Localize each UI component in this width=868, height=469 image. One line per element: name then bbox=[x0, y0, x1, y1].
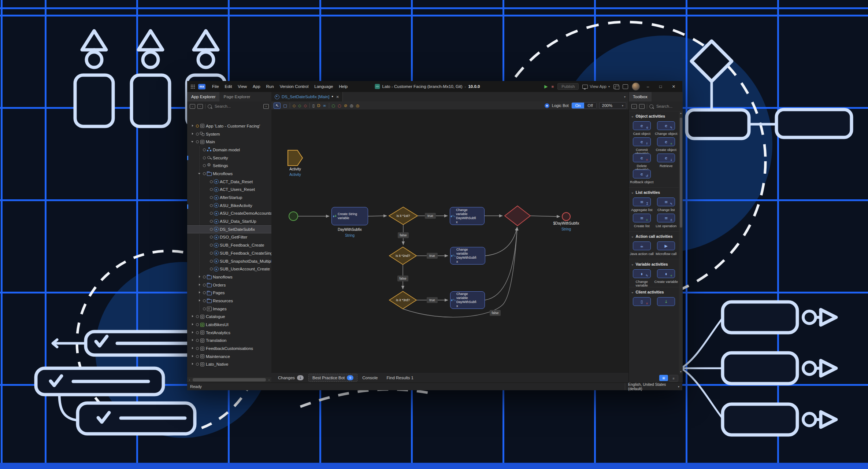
tree-item-sub-feedback-createsingle[interactable]: SUB_Feedback_CreateSingle bbox=[187, 249, 271, 257]
toolbox-item-change-list[interactable]: ≡✎Change list bbox=[654, 197, 679, 212]
chevron-right-icon[interactable] bbox=[190, 330, 195, 335]
end-event[interactable] bbox=[562, 213, 570, 221]
toolbox-item-list-operation[interactable]: ≡±List operation bbox=[654, 214, 679, 228]
tree-item-system[interactable]: System bbox=[187, 130, 271, 138]
zoom-select[interactable]: 200% ▾ bbox=[599, 102, 626, 109]
tree-item-translation[interactable]: Translation bbox=[187, 337, 271, 345]
tree-item-lato-native[interactable]: Lato_Native bbox=[187, 361, 271, 369]
loop-icon[interactable]: ∞ bbox=[323, 104, 326, 108]
tree-item-security[interactable]: Security bbox=[187, 154, 271, 162]
tab-page-explorer[interactable]: Page Explorer bbox=[219, 92, 254, 101]
tree-item-textanalytics[interactable]: TextAnalytics bbox=[187, 329, 271, 337]
expand-all-icon[interactable]: › bbox=[197, 104, 203, 109]
chevron-right-icon[interactable] bbox=[190, 322, 195, 327]
menu-app[interactable]: App bbox=[250, 81, 263, 92]
chevron-right-icon[interactable] bbox=[190, 338, 195, 343]
toolbox-item[interactable]: ↓ bbox=[654, 297, 679, 312]
explorer-search-input[interactable] bbox=[214, 104, 261, 109]
toolbox-item-create-list[interactable]: ≡+Create list bbox=[630, 214, 654, 228]
menu-help[interactable]: Help bbox=[336, 81, 350, 92]
error-end-icon[interactable]: ⊘ bbox=[344, 104, 347, 108]
tree-item-images[interactable]: Images bbox=[187, 305, 271, 313]
chevron-right-icon[interactable] bbox=[190, 314, 195, 319]
toolbox-scrollbar[interactable]: ▲ ▼ bbox=[679, 111, 683, 374]
tree-item-act-data-reset[interactable]: ACT_Data_Reset bbox=[187, 178, 271, 186]
dock-tab-changes[interactable]: Changes1 bbox=[274, 374, 307, 381]
tree-item-act-users-reset[interactable]: ACT_Users_Reset bbox=[187, 186, 271, 194]
chevron-down-icon[interactable] bbox=[197, 171, 202, 176]
tree-item-dso-getfilter[interactable]: DSO_GetFilter bbox=[187, 233, 271, 241]
close-button[interactable]: ✕ bbox=[669, 84, 679, 89]
toolbox-item[interactable]: ▯× bbox=[630, 297, 654, 312]
avatar[interactable] bbox=[632, 82, 640, 91]
dock-tab-find-results-1[interactable]: Find Results 1 bbox=[383, 374, 417, 381]
language-selector[interactable]: English, United States (default) ▾ bbox=[625, 383, 682, 390]
start-event-icon[interactable]: ○ bbox=[332, 104, 335, 108]
chevron-down-icon[interactable] bbox=[190, 139, 195, 144]
run-button[interactable]: ▶ bbox=[544, 84, 548, 89]
tree-item-sub-useraccount-create[interactable]: SUB_UserAccount_Create bbox=[187, 265, 271, 273]
tree-item-nanoflows[interactable]: Nanoflows bbox=[187, 273, 271, 281]
toolbox-search-input[interactable] bbox=[656, 104, 680, 109]
toolbox-item-create-object[interactable]: e+Create object bbox=[654, 137, 679, 152]
list-view-button[interactable]: ≡ bbox=[669, 375, 678, 382]
tree-item-app-lato-customer-facing-[interactable]: App 'Lato - Customer Facing' bbox=[187, 122, 271, 130]
decision-icon[interactable]: ◇ bbox=[293, 104, 296, 108]
tree-item-sub-snapshotdata-multiply[interactable]: SUB_SnapshotData_Multiply bbox=[187, 257, 271, 265]
tree-item-settings[interactable]: Settings bbox=[187, 162, 271, 170]
tree-item-asu-bikeactivity[interactable]: ASU_BikeActivity bbox=[187, 202, 271, 210]
scroll-right-icon[interactable]: › bbox=[267, 378, 271, 382]
app-launcher-icon[interactable] bbox=[190, 84, 195, 89]
tree-item-afterstartup[interactable]: AfterStartup bbox=[187, 193, 271, 202]
tree-item-sub-feedback-create[interactable]: SUB_Feedback_Create bbox=[187, 241, 271, 249]
annotation-icon[interactable]: D bbox=[317, 104, 320, 108]
change-variable-activity[interactable]: ⬧✎ Change variable DayWithSubfi x bbox=[450, 291, 485, 309]
tree-item-maintenance[interactable]: Maintenance bbox=[187, 352, 271, 361]
tree-item-asu-createdemoaccounts[interactable]: ASU_CreateDemoAccounts bbox=[187, 210, 271, 218]
chevron-right-icon[interactable] bbox=[190, 354, 195, 359]
scrollbar-thumb[interactable] bbox=[680, 118, 682, 228]
browser-stack-icon[interactable] bbox=[613, 84, 619, 89]
section-list-activities[interactable]: ⌄List activities bbox=[629, 187, 679, 196]
menu-view[interactable]: View bbox=[235, 81, 250, 92]
toolbox-item-create-variable[interactable]: ⬧+Create variable bbox=[654, 269, 679, 284]
tree-item-orders[interactable]: Orders bbox=[187, 281, 271, 289]
menu-edit[interactable]: Edit bbox=[222, 81, 235, 92]
chevron-right-icon[interactable] bbox=[197, 274, 202, 280]
tree-item-main[interactable]: Main bbox=[187, 138, 271, 146]
continue-event-icon[interactable]: ◎ bbox=[350, 104, 353, 108]
toolbox-item-java-action-call[interactable]: ☕Java action call bbox=[630, 241, 654, 256]
toolbox-item-aggregate-list[interactable]: ≡ΣAggregate list bbox=[630, 197, 654, 212]
grid-view-button[interactable]: ⊞ bbox=[659, 375, 668, 381]
add-item-icon[interactable]: + bbox=[263, 104, 269, 109]
expand-all-icon[interactable]: › bbox=[639, 104, 645, 109]
view-app-button[interactable]: View App ▾ bbox=[582, 84, 610, 89]
document-tab[interactable]: DS_SetDateSubfix [Main] • ✕ bbox=[271, 92, 343, 101]
toolbox-item-microflow-call[interactable]: ▶Microflow call bbox=[654, 241, 679, 256]
toolbox-item-retrieve[interactable]: e↓Retrieve bbox=[654, 154, 679, 168]
activity-legend-shape[interactable] bbox=[288, 150, 303, 166]
toolbox-item-commit-object-s-[interactable]: e↑Commit object(s) bbox=[630, 137, 654, 152]
scroll-up-icon[interactable]: ▲ bbox=[679, 112, 683, 114]
toolbox-item-rollback-object[interactable]: e↺Rollback object bbox=[630, 170, 654, 184]
merge-diamond[interactable] bbox=[505, 206, 530, 226]
tree-item-microflows[interactable]: Microflows bbox=[187, 170, 271, 178]
logic-bot-on-button[interactable]: On bbox=[572, 103, 585, 108]
create-variable-activity[interactable]: ⬧+ Create String variable bbox=[331, 207, 368, 225]
error-diamond-icon[interactable]: ◇ bbox=[304, 104, 307, 108]
chevron-right-icon[interactable] bbox=[190, 362, 195, 367]
explorer-horizontal-scrollbar[interactable]: ‹ › bbox=[187, 377, 271, 382]
chevron-right-icon[interactable] bbox=[190, 346, 195, 351]
section-object-activities[interactable]: ⌄Object activities bbox=[629, 111, 679, 120]
tree-item-ds-setdatesubfix[interactable]: DS_SetDateSubfix bbox=[187, 225, 271, 233]
toolbox-item-change-variable[interactable]: ⬧✎Change variable bbox=[630, 269, 654, 284]
start-event[interactable] bbox=[289, 212, 298, 221]
chevron-right-icon[interactable] bbox=[197, 282, 202, 288]
tree-item-feedbackcustomisations[interactable]: FeedbackCustomisations bbox=[187, 344, 271, 352]
section-variable-activities[interactable]: ⌄Variable activities bbox=[629, 259, 679, 268]
close-tab-icon[interactable]: ✕ bbox=[335, 95, 339, 99]
tab-toolbox[interactable]: Toolbox bbox=[629, 92, 652, 101]
menu-version-control[interactable]: Version Control bbox=[277, 81, 312, 92]
tree-item-latobikesui[interactable]: LatoBikesUI bbox=[187, 321, 271, 329]
menu-language[interactable]: Language bbox=[311, 81, 336, 92]
